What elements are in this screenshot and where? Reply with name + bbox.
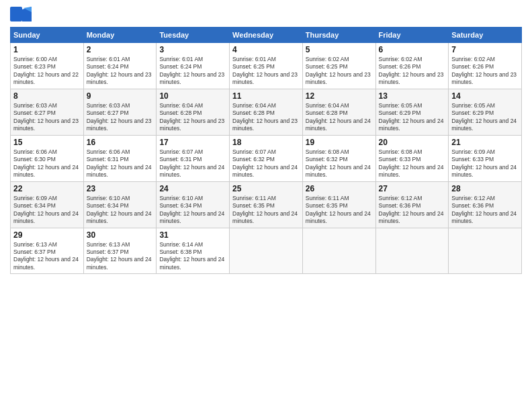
- calendar-cell: 31Sunrise: 6:14 AMSunset: 6:38 PMDayligh…: [157, 228, 230, 274]
- calendar-cell: 7Sunrise: 6:02 AMSunset: 6:26 PMDaylight…: [449, 43, 522, 89]
- day-number: 12: [306, 91, 373, 101]
- calendar-cell: 6Sunrise: 6:02 AMSunset: 6:26 PMDaylight…: [375, 43, 449, 89]
- day-number: 7: [451, 45, 519, 54]
- calendar-cell: 14Sunrise: 6:05 AMSunset: 6:29 PMDayligh…: [449, 89, 522, 135]
- calendar-cell: 21Sunrise: 6:09 AMSunset: 6:33 PMDayligh…: [449, 135, 522, 181]
- calendar-cell: 28Sunrise: 6:12 AMSunset: 6:36 PMDayligh…: [449, 181, 522, 228]
- day-number: 26: [306, 184, 373, 193]
- day-info: Sunrise: 6:10 AMSunset: 6:34 PMDaylight:…: [159, 195, 226, 226]
- day-info: Sunrise: 6:04 AMSunset: 6:28 PMDaylight:…: [306, 102, 373, 133]
- day-info: Sunrise: 6:06 AMSunset: 6:30 PMDaylight:…: [13, 148, 81, 179]
- day-header-wednesday: Wednesday: [230, 28, 303, 43]
- day-number: 10: [159, 91, 226, 101]
- calendar-cell: 4Sunrise: 6:01 AMSunset: 6:25 PMDaylight…: [230, 43, 303, 89]
- day-info: Sunrise: 6:05 AMSunset: 6:29 PMDaylight:…: [451, 102, 519, 133]
- day-info: Sunrise: 6:01 AMSunset: 6:24 PMDaylight:…: [159, 56, 226, 87]
- day-number: 23: [87, 184, 154, 193]
- day-number: 1: [13, 45, 81, 54]
- calendar-cell: 8Sunrise: 6:03 AMSunset: 6:27 PMDaylight…: [11, 89, 84, 135]
- day-number: 17: [159, 138, 226, 147]
- day-header-tuesday: Tuesday: [157, 28, 230, 43]
- day-number: 15: [13, 138, 81, 147]
- day-number: 9: [87, 91, 154, 101]
- day-info: Sunrise: 6:09 AMSunset: 6:34 PMDaylight:…: [13, 195, 81, 226]
- day-info: Sunrise: 6:00 AMSunset: 6:23 PMDaylight:…: [13, 56, 81, 87]
- day-info: Sunrise: 6:02 AMSunset: 6:26 PMDaylight:…: [451, 56, 519, 87]
- day-header-thursday: Thursday: [302, 28, 375, 43]
- calendar-cell: 18Sunrise: 6:07 AMSunset: 6:32 PMDayligh…: [230, 135, 303, 181]
- day-info: Sunrise: 6:04 AMSunset: 6:28 PMDaylight:…: [232, 102, 300, 133]
- calendar-cell: 15Sunrise: 6:06 AMSunset: 6:30 PMDayligh…: [11, 135, 84, 181]
- calendar-cell: 22Sunrise: 6:09 AMSunset: 6:34 PMDayligh…: [11, 181, 84, 228]
- day-number: 29: [13, 230, 81, 240]
- day-number: 5: [306, 45, 373, 54]
- page: SundayMondayTuesdayWednesdayThursdayFrid…: [0, 0, 532, 411]
- svg-rect-0: [10, 7, 22, 21]
- day-number: 18: [232, 138, 300, 147]
- day-info: Sunrise: 6:06 AMSunset: 6:31 PMDaylight:…: [87, 148, 154, 179]
- calendar-header-row: SundayMondayTuesdayWednesdayThursdayFrid…: [11, 28, 522, 43]
- calendar-cell: [230, 228, 303, 274]
- calendar-cell: 19Sunrise: 6:08 AMSunset: 6:32 PMDayligh…: [302, 135, 375, 181]
- calendar-cell: 11Sunrise: 6:04 AMSunset: 6:28 PMDayligh…: [230, 89, 303, 135]
- day-number: 22: [13, 184, 81, 193]
- day-info: Sunrise: 6:07 AMSunset: 6:32 PMDaylight:…: [232, 148, 300, 179]
- day-info: Sunrise: 6:04 AMSunset: 6:28 PMDaylight:…: [159, 102, 226, 133]
- calendar-cell: 27Sunrise: 6:12 AMSunset: 6:36 PMDayligh…: [375, 181, 449, 228]
- day-header-friday: Friday: [375, 28, 449, 43]
- header: [10, 7, 522, 21]
- day-number: 24: [159, 184, 226, 193]
- calendar-cell: 9Sunrise: 6:03 AMSunset: 6:27 PMDaylight…: [83, 89, 157, 135]
- calendar-cell: 17Sunrise: 6:07 AMSunset: 6:31 PMDayligh…: [157, 135, 230, 181]
- day-info: Sunrise: 6:08 AMSunset: 6:32 PMDaylight:…: [306, 148, 373, 179]
- calendar-week-3: 15Sunrise: 6:06 AMSunset: 6:30 PMDayligh…: [11, 135, 522, 181]
- calendar-cell: 20Sunrise: 6:08 AMSunset: 6:33 PMDayligh…: [375, 135, 449, 181]
- calendar-week-2: 8Sunrise: 6:03 AMSunset: 6:27 PMDaylight…: [11, 89, 522, 135]
- day-info: Sunrise: 6:02 AMSunset: 6:25 PMDaylight:…: [306, 56, 373, 87]
- day-number: 28: [451, 184, 519, 193]
- calendar-cell: 10Sunrise: 6:04 AMSunset: 6:28 PMDayligh…: [157, 89, 230, 135]
- calendar-cell: 13Sunrise: 6:05 AMSunset: 6:29 PMDayligh…: [375, 89, 449, 135]
- calendar-cell: 12Sunrise: 6:04 AMSunset: 6:28 PMDayligh…: [302, 89, 375, 135]
- day-number: 11: [232, 91, 300, 101]
- calendar-cell: [449, 228, 522, 274]
- day-number: 20: [379, 138, 446, 147]
- calendar-cell: 24Sunrise: 6:10 AMSunset: 6:34 PMDayligh…: [157, 181, 230, 228]
- day-info: Sunrise: 6:07 AMSunset: 6:31 PMDaylight:…: [159, 148, 226, 179]
- calendar-table: SundayMondayTuesdayWednesdayThursdayFrid…: [10, 27, 522, 274]
- day-number: 13: [379, 91, 446, 101]
- day-info: Sunrise: 6:09 AMSunset: 6:33 PMDaylight:…: [451, 148, 519, 179]
- day-number: 2: [87, 45, 154, 54]
- day-info: Sunrise: 6:05 AMSunset: 6:29 PMDaylight:…: [379, 102, 446, 133]
- day-info: Sunrise: 6:11 AMSunset: 6:35 PMDaylight:…: [232, 195, 300, 226]
- day-number: 3: [159, 45, 226, 54]
- calendar-cell: 23Sunrise: 6:10 AMSunset: 6:34 PMDayligh…: [83, 181, 157, 228]
- day-info: Sunrise: 6:10 AMSunset: 6:34 PMDaylight:…: [87, 195, 154, 226]
- day-number: 30: [87, 230, 154, 240]
- day-number: 27: [379, 184, 446, 193]
- day-info: Sunrise: 6:02 AMSunset: 6:26 PMDaylight:…: [379, 56, 446, 87]
- calendar-cell: 26Sunrise: 6:11 AMSunset: 6:35 PMDayligh…: [302, 181, 375, 228]
- calendar-week-5: 29Sunrise: 6:13 AMSunset: 6:37 PMDayligh…: [11, 228, 522, 274]
- calendar-cell: 16Sunrise: 6:06 AMSunset: 6:31 PMDayligh…: [83, 135, 157, 181]
- day-info: Sunrise: 6:13 AMSunset: 6:37 PMDaylight:…: [13, 241, 81, 272]
- day-info: Sunrise: 6:13 AMSunset: 6:37 PMDaylight:…: [87, 241, 154, 272]
- logo-icon: [10, 7, 32, 21]
- day-header-saturday: Saturday: [449, 28, 522, 43]
- day-info: Sunrise: 6:01 AMSunset: 6:25 PMDaylight:…: [232, 56, 300, 87]
- day-info: Sunrise: 6:03 AMSunset: 6:27 PMDaylight:…: [87, 102, 154, 133]
- day-info: Sunrise: 6:14 AMSunset: 6:38 PMDaylight:…: [159, 241, 226, 272]
- logo: [10, 7, 34, 21]
- day-number: 19: [306, 138, 373, 147]
- day-info: Sunrise: 6:08 AMSunset: 6:33 PMDaylight:…: [379, 148, 446, 179]
- calendar-cell: 25Sunrise: 6:11 AMSunset: 6:35 PMDayligh…: [230, 181, 303, 228]
- calendar-week-1: 1Sunrise: 6:00 AMSunset: 6:23 PMDaylight…: [11, 43, 522, 89]
- day-number: 4: [232, 45, 300, 54]
- day-number: 25: [232, 184, 300, 193]
- calendar-cell: 29Sunrise: 6:13 AMSunset: 6:37 PMDayligh…: [11, 228, 84, 274]
- day-number: 14: [451, 91, 519, 101]
- calendar-cell: 30Sunrise: 6:13 AMSunset: 6:37 PMDayligh…: [83, 228, 157, 274]
- day-number: 31: [159, 230, 226, 240]
- day-info: Sunrise: 6:03 AMSunset: 6:27 PMDaylight:…: [13, 102, 81, 133]
- day-number: 8: [13, 91, 81, 101]
